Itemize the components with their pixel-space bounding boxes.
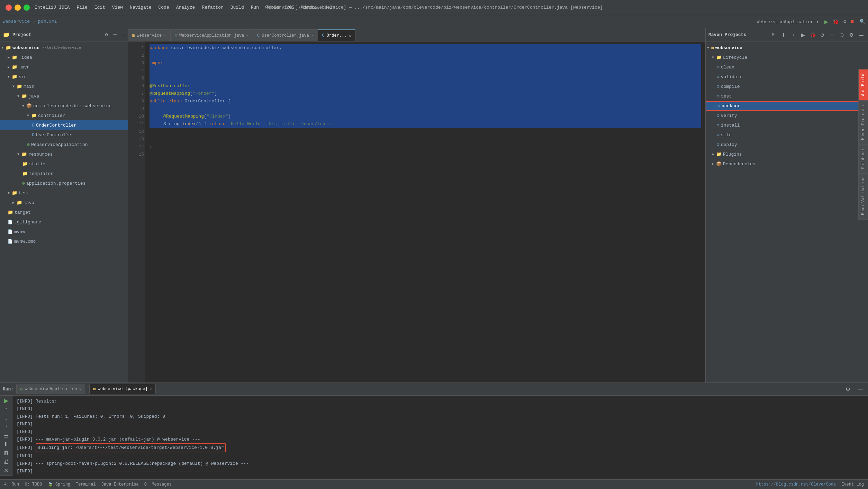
code-content[interactable]: package com.clevercode.biz.webservice.co…: [145, 41, 705, 382]
run-play-btn[interactable]: ▶: [1, 397, 11, 404]
maven-item-plugins[interactable]: ▶ 📁 Plugins: [706, 149, 868, 159]
status-terminal[interactable]: Terminal: [76, 482, 96, 487]
menu-edit[interactable]: Edit: [91, 3, 109, 11]
tab-webserviceapp[interactable]: ⚙ WebserviceApplication.java ✕: [171, 29, 253, 41]
right-tab-antbuild[interactable]: Ant Build: [858, 69, 868, 101]
run-scroll-up-btn[interactable]: ↑: [1, 406, 11, 413]
search-icon[interactable]: 🔍: [859, 19, 865, 25]
run-panel-settings-btn[interactable]: ⚙: [843, 384, 853, 394]
minimize-button[interactable]: [15, 4, 21, 11]
settings-icon[interactable]: ⚙: [843, 19, 846, 25]
tree-item-appprops[interactable]: ⚙ application.properties: [0, 178, 128, 188]
tab-ordercontroller[interactable]: C Order... ✕: [318, 29, 355, 41]
tree-item-test[interactable]: ▼ 📁 test: [0, 188, 128, 198]
maven-run-btn[interactable]: ▶: [799, 31, 807, 39]
tree-item-mvn[interactable]: ▶ 📁 .mvn: [0, 62, 128, 72]
maven-add-btn[interactable]: +: [789, 31, 797, 39]
menu-code[interactable]: Code: [155, 3, 173, 11]
tree-item-resources[interactable]: ▼ 📁 resources: [0, 149, 128, 159]
maven-lifecycle-btn[interactable]: ≡: [828, 31, 836, 39]
menu-intellij[interactable]: IntelliJ IDEA: [31, 3, 73, 11]
maven-item-clean[interactable]: ⚙ clean: [706, 62, 868, 72]
run-button[interactable]: ▶: [824, 18, 828, 26]
tree-item-gitignore[interactable]: 📄 .gitignore: [0, 217, 128, 227]
maven-item-dependencies[interactable]: ▶ 📦 Dependencies: [706, 159, 868, 169]
menu-navigate[interactable]: Navigate: [126, 3, 155, 11]
run-tab-webserviceapp[interactable]: ⚙ WebserviceApplication ✕: [16, 384, 85, 394]
tab-close-webserviceapp[interactable]: ✕: [246, 33, 248, 38]
tree-item-static[interactable]: 📁 static: [0, 159, 128, 169]
run-filter-btn[interactable]: ⚌: [1, 432, 11, 439]
stop-button[interactable]: ■: [850, 19, 854, 25]
maven-item-package[interactable]: ⚙ package: [706, 101, 868, 111]
event-log[interactable]: Event Log: [841, 482, 864, 487]
debug-button[interactable]: 🐞: [832, 18, 839, 25]
tree-item-usercontroller[interactable]: C UserController: [0, 130, 128, 140]
right-tab-maven[interactable]: Maven Projects: [858, 101, 868, 145]
tree-item-src[interactable]: ▼ 📁 src: [0, 72, 128, 82]
maven-item-test[interactable]: ⚙ test: [706, 91, 868, 101]
tab-usercontroller[interactable]: C UserController.java ✕: [253, 29, 318, 41]
menu-build[interactable]: Build: [227, 3, 247, 11]
tab-webservice[interactable]: m webservice ✕: [128, 29, 171, 41]
status-todo[interactable]: 6: TODO: [25, 482, 42, 487]
menu-file[interactable]: File: [73, 3, 91, 11]
blog-url[interactable]: https://blog.csdn.net/CleverCode: [756, 482, 836, 487]
maximize-button[interactable]: [24, 4, 30, 11]
right-tab-database[interactable]: Database: [858, 145, 868, 174]
maven-item-webservice[interactable]: ▼ m webservice: [706, 43, 868, 53]
maven-item-compile[interactable]: ⚙ compile: [706, 82, 868, 91]
tree-item-templates[interactable]: 📁 templates: [0, 169, 128, 178]
tree-item-ordercontroller[interactable]: C OrderController: [0, 120, 128, 130]
close-button[interactable]: [6, 4, 12, 11]
breadcrumb-project[interactable]: webservice: [3, 19, 30, 24]
status-javaenterprise[interactable]: Java Enterprise: [101, 482, 139, 487]
project-minimize-icon[interactable]: —: [122, 32, 125, 38]
tree-item-mvnw[interactable]: 📄 mvnw: [0, 227, 128, 237]
maven-minimize-btn[interactable]: —: [857, 31, 865, 39]
maven-item-validate[interactable]: ⚙ validate: [706, 72, 868, 82]
menu-analyze[interactable]: Analyze: [173, 3, 199, 11]
status-run[interactable]: 4: Run: [4, 482, 19, 487]
menu-view[interactable]: View: [109, 3, 126, 11]
run-pause-btn[interactable]: ⏸: [1, 441, 11, 448]
run-tab-close-app[interactable]: ✕: [79, 387, 82, 391]
run-tab-package[interactable]: m webservice [package] ✕: [89, 384, 156, 394]
run-regex-btn[interactable]: .*: [1, 423, 11, 431]
maven-item-install[interactable]: ⚙ install: [706, 120, 868, 130]
maven-debug-btn[interactable]: 🐞: [808, 31, 817, 39]
right-tab-beanvalidation[interactable]: Bean Validation: [858, 173, 868, 220]
run-panel-minimize-btn[interactable]: —: [856, 384, 865, 394]
maven-refresh-btn[interactable]: ↻: [770, 31, 778, 39]
tree-item-target[interactable]: 📁 target: [0, 207, 128, 217]
maven-deps-btn[interactable]: ⬡: [838, 31, 846, 39]
tab-close-ordercontroller[interactable]: ✕: [349, 34, 351, 38]
status-spring[interactable]: 🍃 Spring: [48, 482, 70, 487]
maven-settings-btn[interactable]: ⚙: [847, 31, 856, 39]
maven-item-site[interactable]: ⚙ site: [706, 130, 868, 140]
tree-item-test-java[interactable]: ▶ 📁 java: [0, 198, 128, 207]
maven-item-lifecycle[interactable]: ▼ 📁 Lifecycle: [706, 53, 868, 62]
project-layout-icon[interactable]: ⚌: [113, 32, 117, 38]
project-settings-icon[interactable]: ⚙: [105, 32, 108, 38]
tree-item-java[interactable]: ▼ 📁 java: [0, 91, 128, 101]
run-close-btn[interactable]: ✕: [1, 467, 11, 474]
menu-run[interactable]: Run: [247, 3, 262, 11]
maven-skip-tests-btn[interactable]: ⊘: [818, 31, 826, 39]
tab-close-usercontroller[interactable]: ✕: [311, 33, 314, 38]
tab-close-webservice[interactable]: ✕: [164, 33, 166, 38]
tree-item-mvnwcmd[interactable]: 📄 mvnw.cmd: [0, 237, 128, 246]
maven-item-verify[interactable]: ⚙ verify: [706, 111, 868, 120]
tree-item-main[interactable]: ▼ 📁 main: [0, 82, 128, 91]
status-messages[interactable]: 0: Messages: [144, 482, 172, 487]
tree-item-idea[interactable]: ▶ 📁 .idea: [0, 53, 128, 62]
run-print-btn[interactable]: 🖨: [1, 458, 11, 465]
tree-item-webservice[interactable]: ▼ 📁 webservice ~/test/webservice: [0, 43, 128, 53]
maven-download-btn[interactable]: ⬇: [779, 31, 788, 39]
maven-item-deploy[interactable]: ⚙ deploy: [706, 140, 868, 149]
tree-item-com[interactable]: ▼ 📦 com.clevercode.biz.webservice: [0, 101, 128, 111]
run-clear-btn[interactable]: 🗑: [1, 449, 11, 456]
run-config-selector[interactable]: WebserviceApplication ▾: [757, 19, 819, 25]
breadcrumb-file[interactable]: pom.xml: [38, 19, 57, 24]
tree-item-controller[interactable]: ▼ 📁 controller: [0, 111, 128, 120]
